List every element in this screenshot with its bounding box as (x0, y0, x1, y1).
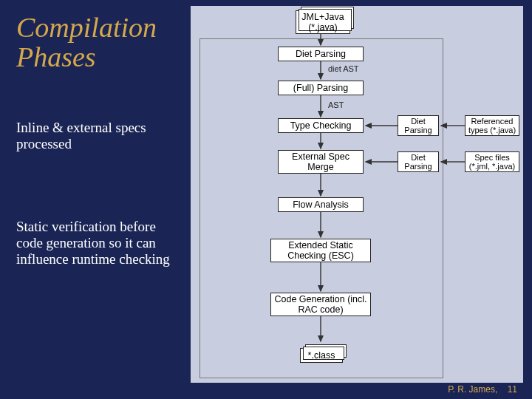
node-diet-parsing-side-2: Diet Parsing (398, 151, 439, 172)
slide-title: Compilation Phases (16, 13, 157, 72)
node-input-files: JML+Java (*.java) (296, 10, 350, 34)
node-diet-parsing: Diet Parsing (278, 47, 364, 61)
node-spec-files: Spec files (*.jml, *.java) (465, 151, 519, 172)
node-diet-parsing-side-1: Diet Parsing (398, 115, 439, 136)
title-line2: Phases (16, 41, 96, 72)
footer-page: 11 (508, 384, 517, 395)
node-flow-analysis: Flow Analysis (278, 197, 364, 212)
node-type-checking: Type Checking (278, 118, 364, 133)
node-referenced-types: Referenced types (*.java) (465, 115, 519, 136)
node-esc: Extended Static Checking (ESC) (270, 239, 371, 262)
footer-author: P. R. James, (448, 384, 497, 395)
node-codegen: Code Generation (incl. RAC code) (270, 293, 371, 316)
slide-footer: P. R. James, 11 (448, 384, 517, 395)
node-spec-merge: External Spec Merge (278, 150, 364, 174)
flowchart-diagram: JML+Java (*.java) Diet Parsing (Full) Pa… (191, 6, 523, 383)
edge-label-diet-ast: diet AST (328, 64, 359, 73)
edge-label-ast: AST (328, 100, 344, 109)
annotation-specs: Inline & external specs processed (16, 120, 164, 152)
node-output-files: *.class (300, 348, 343, 363)
node-full-parsing: (Full) Parsing (278, 81, 364, 95)
annotation-esc: Static verification before code generati… (16, 219, 171, 267)
title-line1: Compilation (16, 12, 157, 43)
